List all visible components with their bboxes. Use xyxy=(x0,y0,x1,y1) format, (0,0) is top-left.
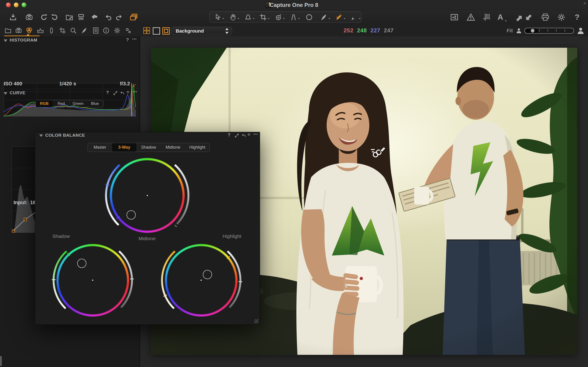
curve-point-handle[interactable] xyxy=(12,230,15,233)
crop-tool-caret[interactable] xyxy=(268,18,270,19)
tool-tab-exposure[interactable] xyxy=(37,27,44,34)
curve-help-icon[interactable]: ? xyxy=(106,90,109,95)
curve-title: CURVE xyxy=(10,90,26,95)
crop-tool-icon[interactable] xyxy=(259,14,267,21)
shadow-selector[interactable] xyxy=(77,259,86,268)
pan-tool-caret[interactable] xyxy=(237,18,239,19)
color-balance-help-icon[interactable]: ? xyxy=(228,132,230,138)
tool-tab-details[interactable] xyxy=(70,27,77,34)
straighten-tool-icon[interactable] xyxy=(290,14,297,21)
panel-scroll-indicator[interactable] xyxy=(0,356,2,366)
copy-adjustments-icon[interactable] xyxy=(130,13,138,21)
exposure-warning-icon[interactable] xyxy=(467,13,475,21)
straighten-tool-caret[interactable] xyxy=(298,18,300,19)
curve-disclosure-icon[interactable] xyxy=(4,92,7,95)
highlight-selector[interactable] xyxy=(203,270,212,279)
pick-color-tool-caret[interactable] xyxy=(344,18,346,19)
rotation-tool-icon[interactable] xyxy=(275,14,282,21)
color-balance-reset-icon[interactable] xyxy=(241,133,246,138)
layer-select-stepper-up[interactable] xyxy=(225,28,229,30)
gradient-mask-tool-caret[interactable] xyxy=(359,18,361,19)
capture-icon[interactable] xyxy=(25,13,33,21)
multi-view-button[interactable] xyxy=(143,27,150,34)
cb-tab-3way[interactable]: 3-Way xyxy=(112,143,137,152)
curve-point-handle[interactable] xyxy=(24,218,27,221)
import-arrow-icon[interactable] xyxy=(525,13,533,21)
curve-channel-tabs: RGB Red Green Blue xyxy=(36,100,104,107)
tool-tab-color[interactable] xyxy=(26,27,33,34)
viewer-layout-icon[interactable] xyxy=(450,13,458,21)
tool-tab-composition[interactable] xyxy=(59,27,66,34)
draw-mask-tool-icon[interactable] xyxy=(320,14,328,21)
curve-tab-rgb[interactable]: RGB xyxy=(36,100,53,107)
readout-red: 252 xyxy=(344,27,354,33)
curve-reset-icon[interactable] xyxy=(120,90,125,96)
redo-icon[interactable] xyxy=(115,13,123,21)
histogram-disclosure-icon[interactable] xyxy=(4,40,7,42)
rgb-readout: 252 248 227 247 xyxy=(344,27,394,34)
tool-tab-local-adjustments[interactable] xyxy=(81,27,88,34)
curve-tab-blue[interactable]: Blue xyxy=(86,100,104,107)
tool-tab-capture[interactable] xyxy=(15,27,22,34)
annotations-caret[interactable] xyxy=(505,20,507,22)
tool-tab-lens[interactable] xyxy=(48,27,55,34)
cb-tab-master[interactable]: Master xyxy=(88,143,112,152)
color-balance-menu-icon[interactable]: ⋯ xyxy=(253,131,258,137)
cb-tab-midtone[interactable]: Midtone xyxy=(161,143,185,152)
proof-view-button[interactable] xyxy=(162,27,170,35)
pointer-tool-icon[interactable] xyxy=(214,14,221,21)
import-icon[interactable] xyxy=(9,13,17,21)
gradient-mask-tool-icon[interactable] xyxy=(351,14,358,21)
help-icon[interactable]: ? xyxy=(575,13,579,22)
edit-with-icon[interactable] xyxy=(65,13,73,21)
rotate-cw-icon[interactable] xyxy=(51,13,59,21)
histogram-help-icon[interactable]: ? xyxy=(126,37,129,42)
pan-tool-icon[interactable] xyxy=(229,14,237,21)
curve-expand-icon[interactable] xyxy=(112,90,118,96)
spot-tool-icon[interactable] xyxy=(305,14,313,21)
loupe-tool-icon[interactable] xyxy=(244,14,252,21)
revert-icon[interactable] xyxy=(90,13,99,22)
pick-color-tool-icon[interactable] xyxy=(335,14,343,21)
primary-view-button[interactable] xyxy=(153,27,160,35)
rotation-tool-caret[interactable] xyxy=(283,18,285,19)
color-balance-presets-icon[interactable]: ≡ xyxy=(248,132,250,137)
cb-tab-shadow[interactable]: Shadow xyxy=(137,143,161,152)
pointer-tool-caret[interactable] xyxy=(222,18,224,19)
color-balance-disclosure-icon[interactable] xyxy=(39,134,43,137)
histogram-menu-icon[interactable]: ⋯ xyxy=(132,36,137,42)
color-balance-panel[interactable]: COLOR BALANCE ? ≡ ⋯ Master 3-Way Shadow … xyxy=(35,132,260,325)
tool-tab-output[interactable] xyxy=(114,27,121,34)
tool-tab-adjustments-clipboard[interactable] xyxy=(92,27,99,34)
curve-tab-green[interactable]: Green xyxy=(69,100,86,107)
cb-tab-highlight[interactable]: Highlight xyxy=(185,143,209,152)
curve-presets-icon[interactable]: ≡ xyxy=(127,90,129,95)
grid-icon[interactable] xyxy=(483,13,491,21)
highlight-center-dot xyxy=(200,280,202,281)
rotate-ccw-icon[interactable] xyxy=(40,13,48,21)
preferences-gear-icon[interactable] xyxy=(557,13,565,21)
layer-select[interactable]: Background xyxy=(171,27,232,35)
annotations-icon[interactable]: A xyxy=(498,13,503,22)
tool-tab-metadata[interactable] xyxy=(103,27,110,34)
proof-view-inner xyxy=(164,29,168,33)
readout-blue: 227 xyxy=(371,27,380,33)
zoom-slider[interactable] xyxy=(524,28,574,34)
draw-mask-tool-caret[interactable] xyxy=(329,18,330,19)
export-icon[interactable] xyxy=(515,13,523,21)
loupe-tool-caret[interactable] xyxy=(253,18,254,19)
undo-icon[interactable] xyxy=(105,13,112,21)
zoom-slider-knob[interactable] xyxy=(531,29,535,33)
tool-tab-library[interactable] xyxy=(5,27,11,34)
close-icon[interactable]: × xyxy=(583,0,586,6)
layer-select-stepper-down[interactable] xyxy=(225,32,229,34)
title-bar: Capture One Pro 8 × xyxy=(0,0,588,10)
curve-tab-red[interactable]: Red xyxy=(53,100,70,107)
midtone-selector[interactable] xyxy=(127,210,136,219)
print-icon[interactable] xyxy=(541,13,549,21)
tool-tab-batch[interactable] xyxy=(125,27,132,34)
color-balance-expand-icon[interactable] xyxy=(234,133,240,138)
curve-menu-icon[interactable]: ⋯ xyxy=(133,89,137,94)
panel-resize-grip[interactable] xyxy=(254,319,258,323)
delete-icon[interactable] xyxy=(77,13,85,21)
